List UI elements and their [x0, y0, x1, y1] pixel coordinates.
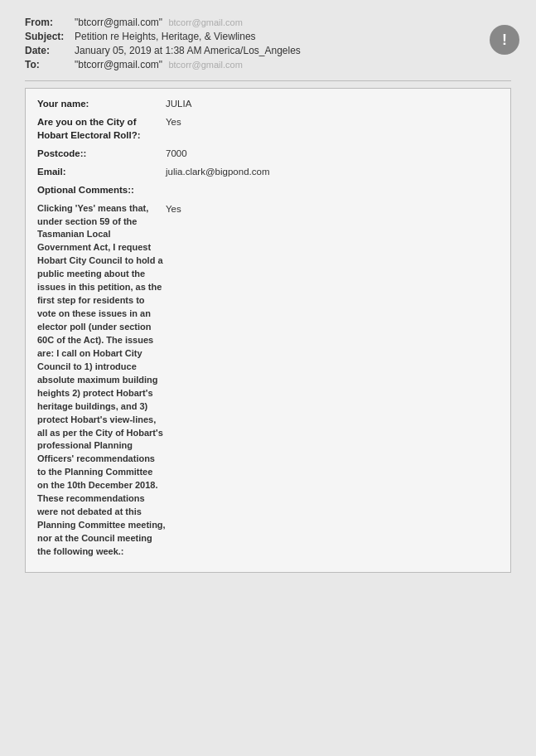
from-email-faded: btcorr@gmail.com: [168, 17, 242, 27]
from-email: "btcorr@gmail.com": [75, 17, 162, 28]
email-value: julia.clark@bigpond.com: [166, 165, 499, 178]
email-row: Email: julia.clark@bigpond.com: [37, 165, 499, 178]
postcode-row: Postcode:: 7000: [37, 147, 499, 160]
date-row: Date: January 05, 2019 at 1:38 AM Americ…: [25, 45, 511, 56]
from-value: "btcorr@gmail.com" btcorr@gmail.com: [75, 17, 243, 28]
clicking-value: Yes: [166, 202, 499, 216]
optional-label: Optional Comments::: [37, 183, 166, 196]
to-value: "btcorr@gmail.com" btcorr@gmail.com: [75, 59, 243, 70]
to-email-faded: btcorr@gmail.com: [168, 60, 242, 70]
date-label: Date:: [25, 45, 75, 56]
email-label: Email:: [37, 165, 166, 178]
page-container: ! From: "btcorr@gmail.com" btcorr@gmail.…: [0, 0, 536, 756]
clicking-row: Clicking 'Yes' means that, under section…: [37, 202, 499, 559]
content-box: Your name: JULIA Are you on the City of …: [25, 88, 511, 573]
name-value: JULIA: [166, 97, 499, 110]
electoral-label: Are you on the City of Hobart Electoral …: [37, 115, 166, 142]
to-email: "btcorr@gmail.com": [75, 59, 162, 70]
date-value: January 05, 2019 at 1:38 AM America/Los_…: [75, 45, 301, 56]
subject-label: Subject:: [25, 31, 75, 42]
from-row: From: "btcorr@gmail.com" btcorr@gmail.co…: [25, 17, 511, 28]
subject-row: Subject: Petition re Heights, Heritage, …: [25, 31, 511, 42]
electoral-value: Yes: [166, 115, 499, 128]
alert-icon: !: [502, 32, 507, 49]
name-label: Your name:: [37, 97, 166, 110]
alert-badge: !: [490, 25, 519, 55]
email-header: From: "btcorr@gmail.com" btcorr@gmail.co…: [25, 17, 511, 70]
subject-value: Petition re Heights, Heritage, & Viewlin…: [75, 31, 256, 42]
postcode-value: 7000: [166, 147, 499, 160]
header-divider: [25, 80, 511, 81]
from-label: From:: [25, 17, 75, 28]
clicking-label: Clicking 'Yes' means that, under section…: [37, 202, 166, 559]
to-row: To: "btcorr@gmail.com" btcorr@gmail.com: [25, 59, 511, 70]
to-label: To:: [25, 59, 75, 70]
postcode-label: Postcode::: [37, 147, 166, 160]
electoral-row: Are you on the City of Hobart Electoral …: [37, 115, 499, 142]
optional-row: Optional Comments::: [37, 183, 499, 196]
name-row: Your name: JULIA: [37, 97, 499, 110]
